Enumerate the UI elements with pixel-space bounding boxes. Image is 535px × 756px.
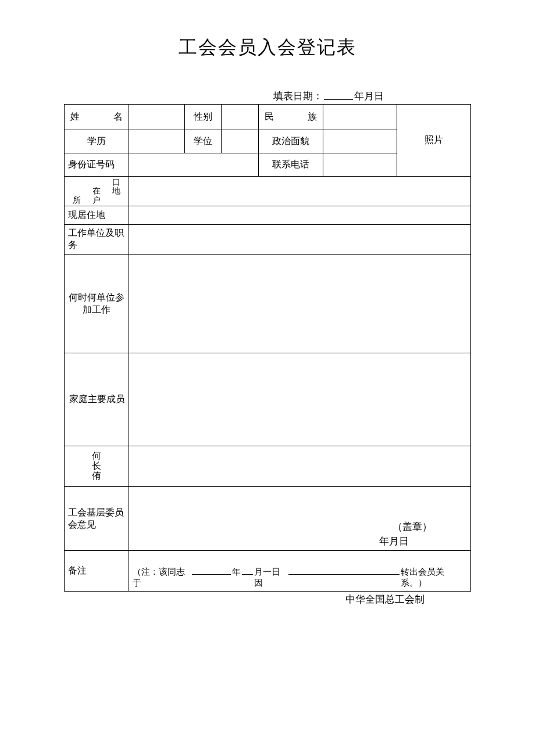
opinion-seal: （盖章）: [133, 520, 461, 533]
notes-blank-reason[interactable]: [288, 566, 400, 575]
date-suffix: 年月日: [354, 89, 384, 103]
footer-text: 中华全国总工会制: [64, 593, 471, 606]
field-residence[interactable]: [129, 206, 471, 225]
field-name[interactable]: [129, 105, 184, 130]
label-workunit: 工作单位及职务: [65, 225, 129, 255]
notes-suffix: 转出会员关系。）: [401, 567, 467, 589]
hechang-you: 侑: [68, 471, 125, 481]
notes-blank-year[interactable]: [192, 566, 231, 575]
hechang-chang: 长: [68, 461, 125, 471]
field-idnumber[interactable]: [129, 153, 258, 177]
label-hechang: 何 长 侑: [65, 446, 129, 487]
label-opinion: 工会基层委员会意见: [65, 487, 129, 551]
field-political[interactable]: [323, 130, 397, 153]
notes-blank-month[interactable]: [242, 566, 253, 575]
date-label: 填表日期：: [273, 89, 323, 103]
label-notes: 备注: [65, 551, 129, 592]
hukou-suo: 所: [73, 196, 81, 205]
label-workhistory: 何时何单位参加工作: [65, 255, 129, 353]
field-hukou[interactable]: [129, 177, 471, 206]
field-phone[interactable]: [323, 153, 397, 177]
field-notes[interactable]: （注：该同志于 年 月一日因 转出会员关系。）: [129, 551, 471, 592]
field-opinion[interactable]: （盖章） 年月日: [129, 487, 471, 551]
field-ethnicity[interactable]: [323, 105, 397, 130]
label-residence: 现居住地: [65, 206, 129, 225]
hukou-hu: 户: [92, 196, 101, 205]
label-degree: 学位: [184, 130, 222, 153]
photo-cell[interactable]: 照片: [397, 105, 470, 177]
label-hukou: 口 在 地 所 户: [65, 177, 129, 206]
label-idnumber: 身份证号码: [65, 153, 129, 177]
field-family[interactable]: [129, 353, 471, 446]
field-degree[interactable]: [222, 130, 259, 153]
opinion-date: 年月日: [133, 535, 461, 548]
fill-date-row: 填表日期： 年月日: [64, 89, 471, 103]
registration-table: 姓 名 性别 民 族 照片 学历 学位 政治面貌 身份证号码 联系电话 口 在 …: [64, 104, 471, 592]
hukou-zai: 在: [92, 187, 101, 195]
label-political: 政治面貌: [258, 130, 323, 153]
hechang-he: 何: [68, 452, 125, 461]
notes-prefix: （注：该同志于: [133, 567, 191, 589]
field-education[interactable]: [129, 130, 184, 153]
label-gender: 性别: [184, 105, 222, 130]
label-ethnicity: 民 族: [258, 105, 323, 130]
label-phone: 联系电话: [258, 153, 323, 177]
field-workunit[interactable]: [129, 225, 471, 255]
hukou-kou: 口: [112, 178, 120, 187]
hukou-di: 地: [112, 187, 120, 195]
date-blank[interactable]: [324, 89, 353, 100]
field-hechang[interactable]: [129, 446, 471, 487]
notes-mid2: 月一日因: [254, 567, 287, 589]
form-title: 工会会员入会登记表: [64, 35, 471, 60]
label-family: 家庭主要成员: [65, 353, 129, 446]
field-gender[interactable]: [222, 105, 259, 130]
label-education: 学历: [65, 130, 129, 153]
notes-year: 年: [232, 567, 241, 578]
label-name: 姓 名: [65, 105, 129, 130]
field-workhistory[interactable]: [129, 255, 471, 353]
